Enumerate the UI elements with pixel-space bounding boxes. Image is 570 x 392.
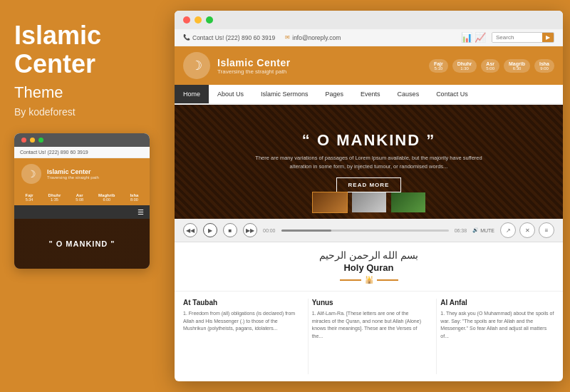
audio-time-end: 06:38: [455, 228, 467, 233]
topbar-email: info@noreply.com: [292, 34, 341, 41]
phone-prayer-dhuhr: Dhuhr 1:35: [48, 193, 61, 202]
col-3-text: 1. They ask you (O Muhammad) about the s…: [440, 310, 554, 340]
phone-prayer-fajr: Fajr 5:34: [26, 193, 33, 202]
divider-line-left: [340, 279, 361, 281]
email-icon: ✉: [285, 34, 290, 41]
left-panel: Islamic Center Theme By kodeforest Conta…: [0, 0, 171, 392]
read-more-button[interactable]: READ MORE: [336, 177, 402, 192]
theme-subtitle: Theme: [14, 83, 157, 102]
phone-chrome: [14, 133, 150, 147]
audio-share-button[interactable]: ↗: [500, 222, 516, 238]
thumb-img-1: [313, 192, 347, 212]
phone-hero-text: " O MANKIND ": [48, 239, 115, 248]
header-logo-area: ☽ Islamic Center Traversing the straight…: [183, 52, 291, 79]
col-2-title: Yunus: [312, 299, 426, 306]
content-col-2: Yunus 1. Alif-Lam-Ra. [These letters are…: [312, 299, 433, 374]
site-name: Islamic Center: [217, 57, 291, 68]
chrome-dot-yellow: [30, 138, 35, 143]
search-button[interactable]: ▶: [542, 33, 554, 42]
prayer-isha: Isha 9:00: [534, 59, 554, 73]
thumbnail-1[interactable]: [312, 192, 348, 213]
col-1-title: At Taubah: [183, 299, 297, 306]
prayer-times: Fajr 5:10 Dhuhr 1:30 Asr 5:00 Magrib 6:3…: [429, 59, 554, 73]
bar-chart2-icon[interactable]: 📈: [475, 32, 486, 43]
chrome-dot-red: [21, 138, 26, 143]
mute-button[interactable]: 🔊 MUTE: [472, 227, 494, 233]
thumbnail-2[interactable]: [351, 192, 387, 213]
volume-icon: 🔊: [472, 227, 479, 233]
col-1-text: 1. Freedom from (all) obligations (is de…: [183, 310, 297, 333]
nav-sermons[interactable]: Islamic Sermons: [252, 85, 317, 103]
theme-author: By kodeforest: [14, 106, 157, 118]
site-logo: ☽: [183, 52, 210, 79]
col-divider-1: [308, 299, 309, 374]
search-input[interactable]: [492, 33, 542, 42]
audio-download-button[interactable]: ✕: [519, 222, 535, 238]
quran-divider: 🕌: [182, 276, 556, 284]
hero-section: “ O MANKIND ” There are many variations …: [175, 105, 563, 219]
site-nav: Home About Us Islamic Sermons Pages Even…: [175, 85, 563, 105]
phone-tagline: Traversing the straight path: [47, 175, 99, 180]
nav-pages[interactable]: Pages: [317, 85, 353, 103]
content-columns: At Taubah 1. Freedom from (all) obligati…: [175, 292, 563, 381]
audio-next-button[interactable]: ▶▶: [243, 223, 257, 237]
audio-prev-button[interactable]: ◀◀: [183, 223, 197, 237]
site-tagline: Traversing the straight path: [217, 68, 291, 75]
thumbnail-3[interactable]: [390, 192, 426, 213]
quran-section: بسم الله الرحمن الرحيم Holy Quran 🕌: [175, 242, 563, 292]
audio-progress-bar[interactable]: [281, 229, 449, 232]
audio-play-button[interactable]: ▶: [203, 223, 217, 237]
bar-chart-icon[interactable]: 📊: [461, 32, 472, 43]
site-header: ☽ Islamic Center Traversing the straight…: [175, 46, 563, 85]
phone-prayer-isha: Isha 8:00: [130, 193, 138, 202]
prayer-dhuhr: Dhuhr 1:30: [452, 59, 477, 73]
audio-extra-buttons: ↗ ✕ ≡: [500, 222, 554, 238]
nav-home[interactable]: Home: [175, 85, 209, 103]
search-box[interactable]: ▶: [492, 32, 554, 43]
browser-dot-green[interactable]: [206, 16, 213, 24]
topbar-phone: Contact Us! (222) 890 60 3919: [192, 34, 275, 41]
nav-contact[interactable]: Contact Us: [428, 85, 477, 103]
phone-hero: " O MANKIND ": [14, 219, 150, 269]
theme-title: Islamic Center: [14, 21, 157, 78]
chrome-dot-green: [38, 138, 43, 143]
col-divider-2: [436, 299, 437, 374]
phone-contact-text: Contact Us! (222) 890 60 3919: [20, 150, 88, 155]
phone-prayer-maghrib: Maghrib 6:00: [98, 193, 115, 202]
hero-title: “ O MANKIND ”: [302, 131, 435, 150]
social-icons: 📊 📈: [461, 32, 486, 43]
hero-description: There are many variations of passages of…: [248, 154, 490, 170]
content-col-3: Al Anfal 1. They ask you (O Muhammad) ab…: [440, 299, 554, 374]
hero-thumbnails: [312, 192, 426, 213]
col-3-title: Al Anfal: [440, 299, 554, 306]
hamburger-icon[interactable]: ☰: [138, 208, 144, 216]
mosque-icon: ☽: [27, 168, 36, 180]
audio-player: ◀◀ ▶ ■ ▶▶ 00:00 06:38 🔊 MUTE ↗ ✕ ≡: [175, 219, 563, 242]
thumb-img-3: [391, 192, 425, 212]
nav-about[interactable]: About Us: [209, 85, 252, 103]
site-topbar: 📞 Contact Us! (222) 890 60 3919 ✉ info@n…: [175, 29, 563, 46]
audio-playlist-button[interactable]: ≡: [539, 222, 554, 238]
audio-progress-fill: [281, 229, 332, 232]
prayer-asr: Asr 5:00: [481, 59, 499, 73]
phone-contact-bar: Contact Us! (222) 890 60 3919: [14, 147, 150, 158]
topbar-right: 📊 📈 ▶: [461, 32, 554, 43]
browser-content: 📞 Contact Us! (222) 890 60 3919 ✉ info@n…: [175, 29, 563, 381]
prayer-maghrib: Magrib 6:30: [504, 59, 530, 73]
prayer-fajr: Fajr 5:10: [429, 59, 448, 73]
phone-logo: ☽: [21, 164, 41, 184]
topbar-email-area: ✉ info@noreply.com: [285, 34, 341, 41]
header-text: Islamic Center Traversing the straight p…: [217, 57, 291, 75]
col-2-text: 1. Alif-Lam-Ra. [These letters are one o…: [312, 310, 426, 340]
quran-title: Holy Quran: [182, 262, 556, 273]
divider-line-right: [377, 279, 398, 281]
audio-stop-button[interactable]: ■: [223, 223, 237, 237]
content-col-1: At Taubah 1. Freedom from (all) obligati…: [183, 299, 304, 374]
phone-site-name: Islamic Center: [47, 168, 99, 175]
topbar-left: 📞 Contact Us! (222) 890 60 3919 ✉ info@n…: [183, 34, 341, 41]
browser-dot-yellow[interactable]: [195, 16, 202, 24]
browser-dot-red[interactable]: [183, 16, 190, 24]
nav-causes[interactable]: Causes: [389, 85, 428, 103]
phone-prayer-times: Fajr 5:34 Dhuhr 1:35 Asr 5:08 Maghrib 6:…: [14, 190, 150, 205]
nav-events[interactable]: Events: [352, 85, 389, 103]
